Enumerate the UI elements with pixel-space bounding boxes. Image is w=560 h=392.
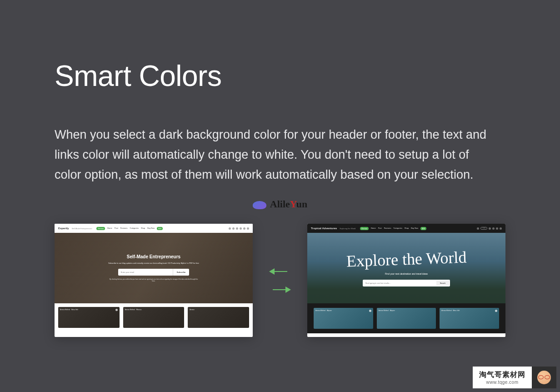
demo-right-social: 7125 <box>477 227 502 230</box>
search-button[interactable]: Search <box>436 281 450 286</box>
search-icon <box>500 227 502 230</box>
demo-left-cards: Aenean EleifendMetus Velit Aenean Eleife… <box>55 303 253 332</box>
card: Aenean EleifendAliquam <box>377 308 436 329</box>
demo-left-hero: Self-Made Entrepreneurs Subscribe to our… <box>55 233 253 303</box>
demo-right-tagline: Exploring the World <box>340 227 355 230</box>
cart-icon <box>496 227 498 230</box>
demo-right-hero-title: Explore the World <box>346 247 467 271</box>
demo-left-social <box>229 227 249 230</box>
demo-right-hero-sub: Find your next destination and travel id… <box>385 272 428 275</box>
demo-left-tagline: Self-Made Entrepreneurs <box>72 227 92 230</box>
watermark-text: AlileYun <box>270 198 307 210</box>
cloud-icon <box>253 199 266 209</box>
card: Aenean EleifendAliquam <box>314 308 373 329</box>
demo-light-nav: Expertly Self-Made Entrepreneurs Demos H… <box>55 224 253 233</box>
arrow-right-icon <box>269 285 291 294</box>
demo-left-hero-sub: Subscribe to our blog updates and instan… <box>108 262 199 265</box>
demo-light: Expertly Self-Made Entrepreneurs Demos H… <box>55 224 253 337</box>
demo-dark-nav: Tropical Adventures Exploring the World … <box>307 224 505 233</box>
corner-badge-url: www.tqge.com <box>486 380 518 385</box>
corner-badge-avatar <box>532 367 556 388</box>
comparison-arrows <box>253 267 307 294</box>
demo-dark: Tropical Adventures Exploring the World … <box>307 224 505 337</box>
search-icon <box>247 227 249 230</box>
page-title: Smart Colors <box>55 59 505 93</box>
terms-text: By checking this box, you confirm that y… <box>108 278 199 282</box>
description-text: When you select a dark background color … <box>55 125 491 185</box>
subscribe-button[interactable]: Subscribe <box>173 269 189 276</box>
arrow-left-icon <box>269 267 291 276</box>
watermark: AlileYun <box>55 198 505 210</box>
demo-left-hero-title: Self-Made Entrepreneurs <box>127 254 180 259</box>
instagram-icon <box>236 227 238 230</box>
demo-left-logo: Expertly <box>58 227 69 230</box>
card: Aenean EleifendMetus Velit <box>58 307 120 328</box>
follower-count: 7125 <box>480 227 487 230</box>
pinterest-icon <box>240 227 242 230</box>
twitter-icon <box>232 227 235 230</box>
demo-right-cards: Aenean EleifendAliquam Aenean EleifendAl… <box>307 303 505 333</box>
email-input[interactable] <box>118 269 173 276</box>
bookmark-icon <box>115 309 118 311</box>
demo-comparison: Expertly Self-Made Entrepreneurs Demos H… <box>55 224 505 337</box>
card: Aenean EleifendRhoncus <box>123 307 185 328</box>
facebook-icon <box>477 227 479 230</box>
glasses-icon <box>538 375 550 379</box>
demo-right-logo: Tropical Adventures <box>311 227 337 230</box>
demo-left-menu: Demos Home Post Features Categories Shop… <box>96 227 226 230</box>
corner-badge: 淘气哥素材网 www.tqge.com <box>473 367 556 388</box>
instagram-icon <box>492 227 495 230</box>
search-input[interactable] <box>364 281 436 286</box>
facebook-icon <box>229 227 231 230</box>
twitter-icon <box>489 227 491 230</box>
bookmark-icon <box>369 310 371 312</box>
play-icon <box>495 310 497 312</box>
cart-icon <box>243 227 245 230</box>
demo-right-menu: Demos Home Post Features Categories Shop… <box>360 227 474 230</box>
card: Aenean <box>188 307 249 328</box>
card: Aenean EleifendMetus Velit <box>440 308 499 329</box>
demo-right-hero: Explore the World Find your next destina… <box>307 233 505 303</box>
corner-badge-title: 淘气哥素材网 <box>479 370 525 380</box>
